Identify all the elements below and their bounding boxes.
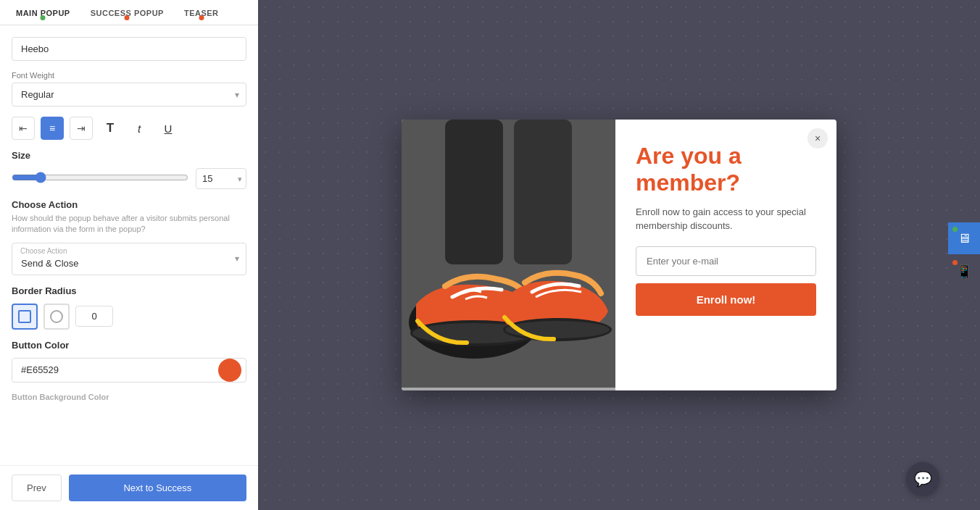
align-center-button[interactable]: ≡ (41, 117, 64, 140)
align-left-button[interactable]: ⇤ (12, 117, 35, 140)
popup-enroll-button[interactable]: Enroll now! (636, 283, 816, 316)
mobile-view-button[interactable]: 📱 (948, 256, 980, 288)
size-row (12, 168, 246, 189)
mobile-icon: 📱 (956, 264, 972, 280)
tab-teaser[interactable]: TEASER (174, 0, 229, 25)
action-select-wrap[interactable]: Choose Action Send & Close ▾ (12, 243, 246, 275)
prev-button[interactable]: Prev (12, 475, 62, 501)
size-slider-container (12, 172, 188, 186)
bold-button[interactable]: T (99, 117, 122, 140)
border-radius-label: Border Radius (12, 285, 246, 296)
tab-success-dot (125, 15, 130, 20)
popup-heading: Are you a member? (636, 143, 816, 196)
alignment-row: ⇤ ≡ ⇥ T t U (12, 117, 246, 140)
svg-rect-1 (445, 120, 503, 264)
tab-bar: MAIN POPUP SUCCESS POPUP TEASER (0, 0, 258, 25)
button-color-row (12, 358, 246, 382)
bold-icon: T (107, 121, 114, 135)
popup-card: × Are you a member? Enroll now to gain a… (402, 120, 836, 390)
font-weight-group: Font Weight Regular Bold Light (12, 71, 246, 106)
border-radius-round-button[interactable] (43, 304, 70, 330)
button-bg-color-label: Button Background Color (12, 393, 246, 401)
panel-footer: Prev Next to Success (0, 465, 258, 510)
border-radius-round-icon (50, 310, 63, 323)
underline-button[interactable]: U (157, 117, 180, 140)
border-radius-input[interactable] (75, 306, 113, 327)
font-weight-select[interactable]: Regular Bold Light (12, 83, 246, 106)
choose-action-title: Choose Action (12, 199, 246, 210)
popup-image (402, 120, 615, 390)
panel-content: Font Weight Regular Bold Light ⇤ ≡ ⇥ T (0, 25, 258, 465)
chat-icon: 💬 (914, 470, 932, 488)
tab-main-dot (41, 15, 46, 20)
popup-close-button[interactable]: × (807, 128, 828, 149)
button-color-label: Button Color (12, 340, 246, 351)
choose-action-desc: How should the popup behave after a visi… (12, 213, 246, 235)
action-select-label: Choose Action (20, 247, 67, 255)
border-radius-group: Border Radius (12, 285, 246, 330)
button-color-input[interactable] (12, 359, 218, 381)
tab-teaser-dot (199, 15, 204, 20)
button-color-group: Button Color (12, 340, 246, 382)
left-panel: MAIN POPUP SUCCESS POPUP TEASER Font Wei… (0, 0, 258, 510)
button-color-swatch[interactable] (218, 359, 241, 382)
italic-button[interactable]: t (128, 117, 151, 140)
font-weight-label: Font Weight (12, 71, 246, 80)
align-right-icon: ⇥ (77, 122, 86, 134)
size-label: Size (12, 150, 246, 161)
tab-main-popup[interactable]: MAIN POPUP (6, 0, 80, 25)
desktop-dot (952, 227, 958, 232)
svg-rect-2 (514, 120, 572, 264)
desktop-icon: 🖥 (958, 231, 971, 246)
choose-action-group: Choose Action How should the popup behav… (12, 199, 246, 275)
device-switcher: 🖥 📱 (948, 222, 980, 288)
border-radius-row (12, 304, 246, 330)
align-left-icon: ⇤ (19, 122, 28, 134)
tab-success-popup[interactable]: SUCCESS POPUP (80, 0, 174, 25)
size-input-wrap (196, 168, 246, 189)
align-right-button[interactable]: ⇥ (70, 117, 93, 140)
border-radius-square-icon (18, 310, 31, 323)
desktop-view-button[interactable]: 🖥 (948, 222, 980, 254)
align-center-icon: ≡ (49, 122, 55, 134)
chat-bubble-button[interactable]: 💬 (906, 462, 939, 496)
size-group: Size (12, 150, 246, 189)
underline-icon: U (165, 122, 173, 135)
next-button[interactable]: Next to Success (69, 475, 246, 501)
button-color-input-wrap (12, 358, 246, 382)
popup-email-input[interactable] (636, 246, 816, 276)
popup-content: × Are you a member? Enroll now to gain a… (615, 120, 836, 390)
popup-subtext: Enroll now to gain access to your specia… (636, 205, 816, 233)
preview-area: × Are you a member? Enroll now to gain a… (258, 0, 980, 510)
font-weight-select-wrapper: Regular Bold Light (12, 83, 246, 106)
size-input[interactable] (196, 168, 246, 189)
mobile-dot (952, 260, 958, 265)
popup-image-svg (402, 120, 615, 388)
border-radius-square-button[interactable] (12, 304, 38, 330)
font-family-input[interactable] (12, 37, 246, 61)
italic-icon: t (138, 122, 141, 135)
font-family-group (12, 37, 246, 61)
size-slider[interactable] (12, 172, 188, 183)
popup-close-icon: × (815, 133, 821, 144)
